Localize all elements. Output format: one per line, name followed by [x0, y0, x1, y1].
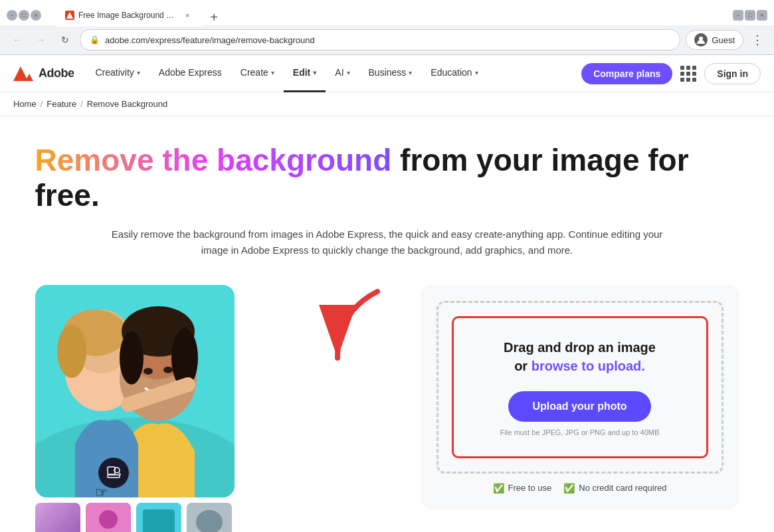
red-arrow-icon — [318, 285, 391, 371]
sign-in-button[interactable]: Sign in — [704, 63, 761, 84]
thumbnail-4[interactable] — [187, 503, 232, 532]
nav-right: Compare plans Sign in — [581, 63, 761, 84]
drag-drop-title: Drag and drop an image or browse to uplo… — [470, 338, 690, 375]
upload-inner-box[interactable]: Drag and drop an image or browse to uplo… — [452, 316, 708, 458]
grid-dot — [686, 66, 690, 70]
address-bar[interactable]: 🔒 adobe.com/express/feature/image/remove… — [80, 29, 680, 50]
browser-titlebar: − □ × Free Image Background Rem... × + −… — [0, 0, 774, 25]
perk-no-credit-label: No credit card required — [579, 483, 666, 493]
svg-point-14 — [120, 331, 144, 385]
nav-creativity[interactable]: Creativity ▾ — [86, 55, 149, 92]
browser-minimize-btn[interactable]: − — [733, 10, 743, 21]
svg-marker-2 — [13, 66, 28, 81]
main-content: Remove the background from your image fo… — [22, 116, 753, 532]
hero-title-gradient: Remove the background — [35, 143, 392, 177]
check-circle-icon: ✅ — [493, 483, 504, 493]
thumbnail-2[interactable] — [86, 503, 131, 532]
nav-create[interactable]: Create ▾ — [231, 55, 284, 92]
nav-business[interactable]: Business ▾ — [359, 55, 422, 92]
chevron-down-icon: ▾ — [313, 69, 316, 76]
browser-toolbar: ← → ↻ 🔒 adobe.com/express/feature/image/… — [0, 25, 774, 55]
profile-avatar — [694, 33, 708, 46]
grid-dot — [686, 72, 690, 76]
browser-chrome: − □ × Free Image Background Rem... × + −… — [0, 0, 774, 55]
browser-menu-button[interactable]: ⋮ — [749, 30, 766, 50]
grid-dot — [692, 72, 696, 76]
demo-image-area: ☞ — [35, 285, 288, 532]
apps-grid-icon[interactable] — [680, 66, 696, 82]
perk-free: ✅ Free to use — [493, 483, 552, 493]
svg-rect-24 — [143, 509, 175, 532]
chevron-down-icon: ▾ — [409, 69, 412, 76]
url-text: adobe.com/express/feature/image/remove-b… — [105, 35, 670, 45]
thumbnail-1[interactable] — [35, 503, 80, 532]
hero-subtitle: Easily remove the background from images… — [105, 226, 670, 258]
breadcrumb-feature[interactable]: Feature — [47, 99, 76, 109]
close-button[interactable]: × — [31, 10, 41, 21]
browser-close-btn[interactable]: × — [757, 10, 767, 21]
upload-section: Drag and drop an image or browse to uplo… — [421, 285, 739, 509]
upload-dashed-border[interactable]: Drag and drop an image or browse to uplo… — [436, 301, 724, 474]
refresh-button[interactable]: ↻ — [56, 31, 74, 49]
demo-section: ☞ — [35, 285, 739, 532]
new-tab-button[interactable]: + — [205, 8, 223, 27]
hero-title: Remove the background from your image fo… — [35, 143, 739, 213]
browser-maximize-btn[interactable]: □ — [745, 10, 755, 21]
check-circle-icon: ✅ — [563, 483, 575, 493]
maximize-button[interactable]: □ — [19, 10, 29, 21]
adobe-logo-icon — [13, 66, 33, 81]
profile-label: Guest — [712, 35, 735, 45]
grid-dot — [680, 78, 684, 82]
arrow-container — [314, 285, 394, 371]
back-button[interactable]: ← — [8, 31, 27, 49]
breadcrumb-separator: / — [80, 99, 83, 109]
svg-rect-17 — [108, 475, 120, 478]
grid-dot — [692, 78, 696, 82]
profile-button[interactable]: Guest — [686, 30, 743, 50]
breadcrumb-separator: / — [41, 99, 43, 109]
file-hint-text: File must be JPEG, JPG or PNG and up to … — [470, 428, 690, 436]
lock-icon: 🔒 — [90, 35, 100, 44]
adobe-navigation: Adobe Creativity ▾ Adobe Express Create … — [0, 55, 774, 92]
tab-close-button[interactable]: × — [182, 10, 193, 21]
upload-photo-button[interactable]: Upload your photo — [508, 391, 650, 422]
demo-thumbnails — [35, 503, 288, 532]
minimize-button[interactable]: − — [7, 10, 17, 21]
grid-dot — [680, 72, 684, 76]
grid-dot — [686, 78, 690, 82]
active-tab[interactable]: Free Image Background Rem... × — [56, 4, 202, 27]
svg-point-16 — [163, 367, 173, 373]
breadcrumb-home[interactable]: Home — [13, 99, 37, 109]
window-controls[interactable]: − □ × — [7, 10, 41, 21]
browse-link[interactable]: browse to upload. — [532, 359, 645, 373]
svg-point-15 — [144, 368, 153, 375]
tab-bar: Free Image Background Rem... × + — [49, 4, 730, 27]
chevron-down-icon: ▾ — [271, 69, 274, 76]
chevron-down-icon: ▾ — [347, 69, 350, 76]
breadcrumb: Home / Feature / Remove Background — [0, 92, 774, 116]
svg-point-22 — [99, 510, 118, 529]
perk-free-label: Free to use — [508, 483, 552, 493]
nav-edit[interactable]: Edit ▾ — [284, 55, 326, 92]
chevron-down-icon: ▾ — [137, 69, 140, 76]
nav-adobe-express[interactable]: Adobe Express — [149, 55, 231, 92]
perk-no-credit: ✅ No credit card required — [563, 483, 666, 493]
adobe-logo[interactable]: Adobe — [13, 66, 74, 81]
hand-cursor-icon: ☞ — [95, 484, 108, 501]
nav-education[interactable]: Education ▾ — [421, 55, 487, 92]
nav-items: Creativity ▾ Adobe Express Create ▾ Edit… — [86, 55, 582, 92]
forward-button[interactable]: → — [32, 31, 50, 49]
compare-plans-button[interactable]: Compare plans — [581, 63, 672, 84]
svg-marker-0 — [66, 12, 73, 19]
chevron-down-icon: ▾ — [475, 69, 478, 76]
thumbnail-3[interactable] — [136, 503, 181, 532]
grid-dot — [680, 66, 684, 70]
nav-ai[interactable]: AI ▾ — [326, 55, 359, 92]
breadcrumb-current: Remove Background — [87, 99, 167, 109]
image-edit-icon — [106, 466, 121, 480]
tab-title: Free Image Background Rem... — [78, 11, 178, 20]
demo-photo — [35, 285, 235, 497]
demo-photo-svg — [35, 285, 235, 497]
grid-dot — [692, 66, 696, 70]
tab-favicon — [65, 11, 74, 20]
